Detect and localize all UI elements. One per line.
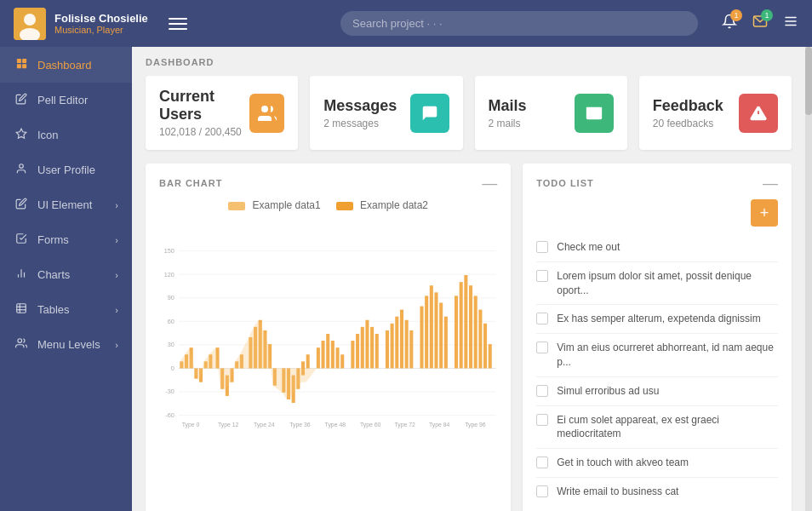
todo-checkbox-7[interactable] [536, 456, 548, 468]
todo-item: Check me out [536, 233, 778, 262]
todo-item: Ex has semper alterum, expetenda digniss… [536, 305, 778, 334]
svg-text:Type 36: Type 36 [289, 422, 311, 428]
scrollbar-thumb[interactable] [805, 47, 812, 115]
svg-rect-85 [425, 296, 428, 368]
menu-levels-icon [14, 337, 29, 352]
svg-rect-89 [444, 317, 448, 369]
sidebar-label-tables: Tables [37, 303, 70, 316]
mail-badge: 1 [761, 9, 773, 21]
svg-text:90: 90 [168, 294, 174, 301]
svg-text:Type 24: Type 24 [254, 422, 275, 428]
svg-rect-72 [351, 341, 354, 368]
todo-checkbox-3[interactable] [536, 313, 548, 324]
scrollbar-track[interactable] [805, 47, 812, 511]
ui-element-icon [14, 198, 29, 212]
stat-card-current-users: Current Users 102,018 / 200,450 [146, 76, 298, 150]
charts-icon [14, 267, 29, 282]
sidebar-label-charts: Charts [37, 268, 70, 281]
sidebar-item-dashboard[interactable]: Dashboard [0, 47, 132, 83]
dashboard-icon [14, 57, 29, 72]
svg-text:Type 96: Type 96 [465, 422, 486, 428]
content-area: DASHBOARD Current Users 102,018 / 200,45… [132, 47, 812, 511]
legend-item-1: Example data1 [228, 199, 320, 211]
sidebar-item-icon[interactable]: Icon [0, 118, 132, 152]
sidebar-item-user-profile[interactable]: User Profile [0, 152, 132, 187]
svg-rect-68 [326, 334, 329, 369]
svg-text:Type 72: Type 72 [394, 422, 415, 428]
chart-legend: Example data1 Example data2 [159, 199, 497, 211]
sidebar-item-menu-levels[interactable]: Menu Levels › [0, 327, 132, 362]
svg-text:Type 84: Type 84 [429, 422, 450, 428]
bar-chart-card: BAR CHART — Example data1 Example data2 [146, 164, 511, 511]
bar-chart-title: BAR CHART [159, 178, 222, 188]
legend-label-1: Example data1 [253, 199, 321, 211]
forms-chevron-icon: › [115, 235, 118, 245]
messages-icon [410, 94, 449, 133]
sidebar-item-forms[interactable]: Forms › [0, 222, 132, 257]
svg-rect-93 [469, 285, 472, 368]
bar-chart-svg: 150 120 90 60 30 0 -30 -60 [159, 218, 497, 456]
todo-item: Lorem ipsum dolor sit amet, possit deniq… [536, 262, 778, 306]
todo-item: Ei cum solet appareat, ex est graeci med… [536, 406, 778, 450]
svg-rect-78 [386, 330, 389, 369]
main-layout: Dashboard Pell Editor Icon User Profile … [0, 47, 812, 511]
todo-checkbox-1[interactable] [536, 241, 548, 253]
svg-rect-92 [464, 275, 467, 368]
todo-checkbox-2[interactable] [536, 270, 548, 282]
menu-dots-button[interactable] [783, 14, 798, 33]
svg-rect-73 [356, 334, 359, 369]
svg-rect-91 [460, 282, 463, 368]
sidebar-label-forms: Forms [37, 233, 69, 246]
hamburger-button[interactable] [165, 14, 191, 33]
svg-rect-70 [336, 347, 340, 368]
todo-item: Simul erroribus ad usu [536, 377, 778, 406]
todo-title: TODO LIST [536, 178, 593, 188]
svg-rect-96 [483, 324, 487, 369]
todo-checkbox-8[interactable] [536, 485, 548, 497]
svg-text:Type 60: Type 60 [360, 422, 381, 428]
messages-sub: 2 messages [323, 118, 397, 129]
todo-checkbox-5[interactable] [536, 385, 548, 397]
svg-rect-80 [395, 317, 398, 369]
notification-button[interactable]: 1 [722, 14, 737, 33]
mails-icon [575, 94, 614, 133]
sidebar-item-charts[interactable]: Charts › [0, 257, 132, 292]
pell-editor-icon [14, 93, 29, 107]
svg-rect-97 [489, 344, 492, 368]
sidebar-label-pell-editor: Pell Editor [37, 94, 88, 106]
svg-text:Type 12: Type 12 [218, 422, 239, 428]
svg-rect-10 [22, 64, 26, 68]
svg-rect-94 [474, 296, 477, 368]
search-container [340, 11, 698, 36]
tables-icon [14, 302, 29, 317]
todo-text-1: Check me out [557, 240, 620, 255]
mail-button[interactable]: 1 [752, 14, 768, 33]
svg-rect-69 [331, 341, 335, 368]
page-title: DASHBOARD [146, 47, 792, 76]
sidebar-item-ui-element[interactable]: UI Element › [0, 187, 132, 222]
todo-text-4: Vim an eius ocurreret abhorreant, id nam… [557, 341, 778, 370]
svg-rect-90 [455, 296, 458, 368]
todo-add-button[interactable]: + [751, 199, 778, 227]
todo-text-6: Ei cum solet appareat, ex est graeci med… [557, 413, 778, 442]
todo-checkbox-4[interactable] [536, 342, 548, 353]
mails-label: Mails [489, 97, 527, 115]
menu-levels-chevron-icon: › [115, 340, 118, 350]
todo-minimize-button[interactable]: — [763, 175, 778, 191]
svg-rect-6 [785, 25, 797, 26]
topnav-role: Musician, Player [54, 25, 148, 35]
bar-chart-header: BAR CHART — [159, 175, 497, 191]
search-input[interactable] [340, 11, 698, 36]
sidebar-item-tables[interactable]: Tables › [0, 292, 132, 327]
svg-rect-16 [17, 304, 26, 313]
user-profile-icon [14, 163, 29, 177]
bottom-row: BAR CHART — Example data1 Example data2 [146, 164, 792, 511]
bar-chart-minimize-button[interactable]: — [482, 175, 497, 191]
todo-text-8: Write email to business cat [557, 485, 678, 499]
stat-card-mails: Mails 2 mails [475, 76, 627, 150]
sidebar-item-pell-editor[interactable]: Pell Editor [0, 83, 132, 118]
todo-item: Get in touch with akveo team [536, 449, 778, 478]
topnav: Folisise Chosielie Musician, Player 1 1 [0, 0, 812, 47]
todo-checkbox-6[interactable] [536, 414, 548, 426]
svg-rect-8 [22, 59, 26, 63]
